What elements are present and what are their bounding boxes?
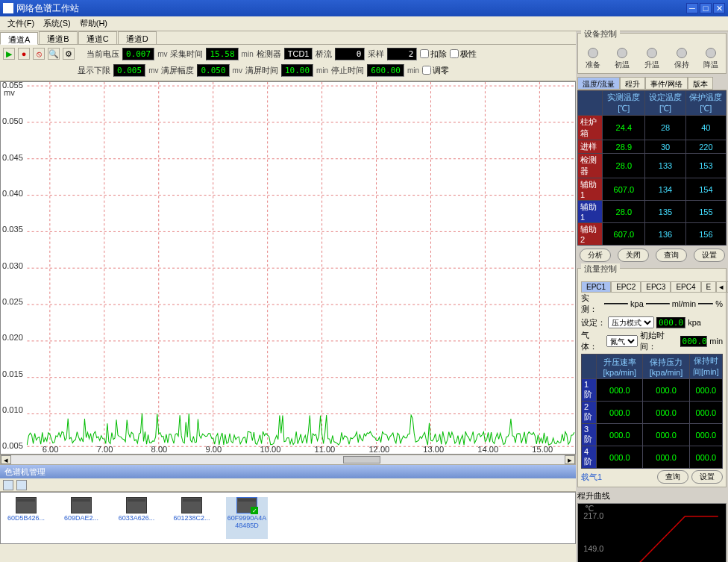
query-button[interactable]: 查询 bbox=[656, 249, 687, 262]
deduct-checkbox[interactable]: 扣除 bbox=[420, 49, 447, 60]
manager-item[interactable]: 60D5B426... bbox=[5, 497, 47, 539]
display-lower-label: 显示下限 bbox=[78, 65, 110, 76]
led-dot-icon bbox=[588, 48, 598, 58]
carrier-label: 载气1 bbox=[581, 472, 602, 483]
settings-icon[interactable]: ⚙ bbox=[63, 48, 75, 60]
svg-text:12.00: 12.00 bbox=[368, 445, 389, 454]
stop-button[interactable]: ⦸ bbox=[33, 48, 45, 60]
tab-event[interactable]: 事件/网络 bbox=[645, 77, 688, 90]
curve-title: 程升曲线 bbox=[577, 490, 727, 502]
tab-epc5[interactable]: E bbox=[701, 281, 717, 293]
epc-prev-button[interactable]: ◂ bbox=[716, 281, 727, 293]
set-button[interactable]: 设置 bbox=[694, 249, 725, 262]
maximize-button[interactable]: □ bbox=[700, 3, 712, 13]
play-button[interactable]: ▶ bbox=[3, 48, 15, 60]
current-voltage-value: 0.007 bbox=[122, 48, 154, 60]
led-indicator: 初温 bbox=[615, 48, 630, 70]
peak-width-value[interactable]: 0.050 bbox=[197, 64, 229, 77]
manager-item[interactable]: 609DAE2... bbox=[60, 497, 102, 539]
right-tabs: 温度/流量 程升 事件/网络 版本 bbox=[577, 77, 727, 90]
peak-time-label: 满屏时间 bbox=[245, 65, 278, 76]
zero-checkbox[interactable]: 调零 bbox=[422, 65, 449, 76]
detector-label: 检测器 bbox=[257, 49, 281, 60]
bridge-label: 桥流 bbox=[316, 49, 332, 60]
tab-epc1[interactable]: EPC1 bbox=[581, 281, 611, 293]
menu-help[interactable]: 帮助(H) bbox=[75, 16, 112, 31]
led-dot-icon bbox=[647, 48, 657, 58]
analyze-button[interactable]: 分析 bbox=[580, 249, 611, 262]
manager-item[interactable]: 601238C2... bbox=[171, 497, 213, 539]
file-name: 60D5B426... bbox=[7, 515, 45, 522]
menu-file[interactable]: 文件(F) bbox=[3, 16, 39, 31]
led-indicator: 保持 bbox=[674, 48, 689, 70]
mode-select[interactable]: 压力模式 bbox=[608, 316, 654, 328]
sample-value[interactable]: 2 bbox=[387, 48, 417, 60]
main-chart[interactable]: 0.0550.0500.0450.0400.0350.0300.0250.020… bbox=[0, 81, 576, 455]
tab-channel-d[interactable]: 通道D bbox=[118, 31, 157, 44]
detector-value[interactable]: TCD1 bbox=[284, 48, 313, 60]
svg-text:0.025: 0.025 bbox=[2, 297, 23, 306]
record-button[interactable]: ● bbox=[18, 48, 30, 60]
tab-channel-a[interactable]: 通道A bbox=[0, 32, 38, 45]
file-icon bbox=[236, 497, 257, 513]
chart-scrollbar[interactable]: ◂ ▸ bbox=[0, 455, 576, 465]
svg-text:0.040: 0.040 bbox=[2, 189, 23, 198]
gas-select[interactable]: 氮气 bbox=[606, 335, 638, 347]
display-lower-value[interactable]: 0.005 bbox=[113, 64, 145, 77]
flow-set-button[interactable]: 设置 bbox=[691, 470, 723, 484]
tab-epc3[interactable]: EPC3 bbox=[641, 281, 671, 293]
scroll-right-button[interactable]: ▸ bbox=[565, 455, 575, 464]
stop-time-value[interactable]: 600.00 bbox=[367, 64, 404, 77]
tab-channel-b[interactable]: 通道B bbox=[39, 31, 77, 44]
tab-epc2[interactable]: EPC2 bbox=[611, 281, 641, 293]
scroll-left-button[interactable]: ◂ bbox=[1, 455, 11, 464]
tab-version[interactable]: 版本 bbox=[688, 77, 713, 90]
svg-text:0.030: 0.030 bbox=[2, 261, 23, 270]
svg-text:0.035: 0.035 bbox=[2, 225, 23, 234]
file-icon bbox=[71, 497, 92, 513]
mgr-icon-view-button[interactable] bbox=[3, 480, 13, 490]
svg-text:149.0: 149.0 bbox=[583, 544, 603, 553]
close-button[interactable]: ✕ bbox=[713, 3, 725, 13]
mgr-list-view-button[interactable] bbox=[16, 480, 27, 490]
manager-item[interactable]: 6033A626... bbox=[116, 497, 157, 539]
menu-system[interactable]: 系统(S) bbox=[39, 16, 75, 31]
svg-text:0.010: 0.010 bbox=[2, 405, 23, 414]
init-time-value[interactable]: 000.0 bbox=[680, 336, 708, 347]
peak-width-label: 满屏幅度 bbox=[161, 65, 194, 76]
file-name: 60F9990A4A48485D bbox=[226, 515, 268, 530]
svg-text:0.020: 0.020 bbox=[2, 333, 23, 342]
close-panel-button[interactable]: 关闭 bbox=[618, 249, 649, 262]
toolbar: ▶ ● ⦸ 🔍 ⚙ 当前电压 0.007 mv 采集时间 15.58 min 检… bbox=[0, 45, 576, 81]
peak-time-value[interactable]: 10.00 bbox=[281, 64, 313, 77]
minimize-button[interactable]: ─ bbox=[686, 3, 698, 13]
curve-chart: 217.0149.081.0 6.412.819.225.632.0 min ℃ bbox=[578, 504, 726, 562]
svg-text:6.00: 6.00 bbox=[43, 445, 59, 454]
svg-text:0.005: 0.005 bbox=[2, 441, 23, 450]
file-name: 601238C2... bbox=[173, 515, 210, 522]
flow-query-button[interactable]: 查询 bbox=[657, 470, 688, 484]
set-value[interactable]: 000.0 bbox=[656, 317, 685, 328]
manager-item[interactable]: 60F9990A4A48485D bbox=[226, 497, 268, 539]
scroll-thumb[interactable] bbox=[343, 456, 380, 463]
led-dot-icon bbox=[677, 48, 687, 58]
tab-temp-flow[interactable]: 温度/流量 bbox=[577, 77, 620, 90]
svg-text:10.00: 10.00 bbox=[260, 445, 281, 454]
title-bar: 网络色谱工作站 ─ □ ✕ bbox=[0, 0, 728, 16]
flow-control-panel: 流量控制 EPC1 EPC2 EPC3 EPC4 E ◂ ▸ 实测： kpa m… bbox=[577, 268, 727, 487]
tab-epc4[interactable]: EPC4 bbox=[671, 281, 700, 293]
led-indicator: 准备 bbox=[586, 48, 600, 70]
polarity-checkbox[interactable]: 极性 bbox=[450, 49, 477, 60]
epc-tabs: EPC1 EPC2 EPC3 EPC4 E ◂ ▸ bbox=[581, 281, 723, 293]
tab-channel-c[interactable]: 通道C bbox=[78, 31, 117, 44]
tab-prog[interactable]: 程升 bbox=[620, 77, 645, 90]
zoom-button[interactable]: 🔍 bbox=[48, 48, 60, 60]
current-voltage-label: 当前电压 bbox=[87, 49, 119, 60]
chart-svg: 0.0550.0500.0450.0400.0350.0300.0250.020… bbox=[1, 82, 575, 454]
manager-header: 色谱机管理 bbox=[0, 465, 576, 478]
led-dot-icon bbox=[706, 48, 716, 58]
svg-text:0.015: 0.015 bbox=[2, 369, 23, 378]
bridge-value[interactable]: 0 bbox=[335, 48, 365, 60]
app-icon bbox=[3, 3, 13, 13]
stop-time-label: 停止时间 bbox=[331, 65, 364, 76]
